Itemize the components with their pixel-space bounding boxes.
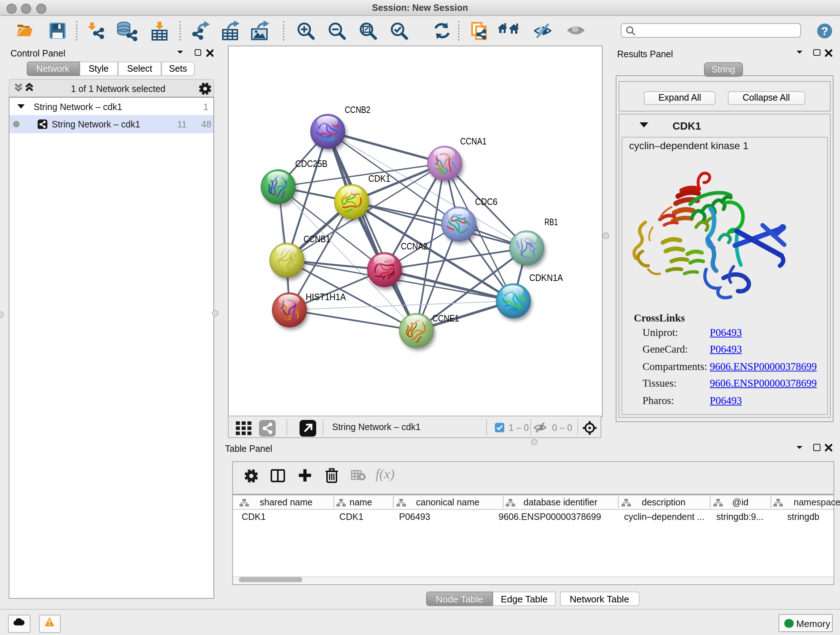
svg-text:?: ? (821, 24, 828, 37)
svg-text:CCNA2: CCNA2 (401, 241, 427, 251)
svg-text:CDKN1A: CDKN1A (529, 272, 562, 282)
svg-text:HIST1H1A: HIST1H1A (305, 291, 346, 302)
svg-text:CCNB1: CCNB1 (303, 233, 330, 244)
svg-text:RB1: RB1 (544, 217, 557, 226)
svg-text:CDC6: CDC6 (475, 196, 497, 206)
svg-text:CCNB2: CCNB2 (344, 104, 370, 114)
svg-text:CDC25B: CDC25B (295, 158, 327, 168)
svg-text:CCNE1: CCNE1 (432, 313, 459, 323)
svg-text:CCNA1: CCNA1 (460, 136, 486, 146)
svg-text:CDK1: CDK1 (368, 173, 390, 183)
